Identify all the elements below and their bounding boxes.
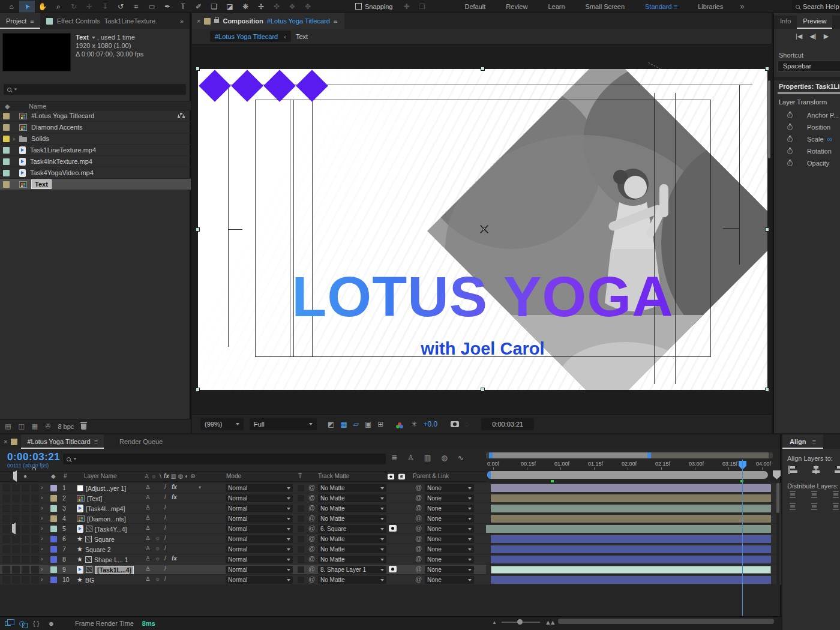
matte-pickwhip-icon[interactable]: @ <box>308 565 315 572</box>
project-item-task4inktexture-mp4[interactable]: Task4InkTexture.mp4 <box>0 156 191 167</box>
layer-name-cell[interactable]: [Task4Y...4] <box>77 524 127 533</box>
roi-tool[interactable]: ⌗ <box>128 1 144 13</box>
show-snapshot-icon[interactable]: ◌ <box>465 420 469 428</box>
exposure-icon[interactable]: ✳ <box>411 420 417 428</box>
label-swatch[interactable] <box>3 136 10 142</box>
preserve-transparency-toggle[interactable] <box>298 556 304 563</box>
stopwatch-icon[interactable] <box>787 137 793 142</box>
pen-tool[interactable]: ✒ <box>160 1 175 13</box>
transform-property-anchor-p-[interactable]: Anchor P... <box>774 109 840 121</box>
parent-link-dropdown[interactable]: None <box>425 505 474 512</box>
project-item--lotus-yoga-titlecard[interactable]: #Lotus Yoga Titlecard <box>0 110 191 122</box>
project-item-diamond-accents[interactable]: Diamond Accents <box>0 122 191 133</box>
label-swatch[interactable] <box>50 546 57 553</box>
graph-editor-icon[interactable]: ∿ <box>458 454 464 462</box>
roi-icon[interactable]: ▣ <box>365 420 371 428</box>
workspace-menu-icon[interactable]: ≡ <box>672 3 677 10</box>
label-swatch[interactable] <box>3 147 10 154</box>
parent-link-dropdown[interactable]: None <box>425 556 474 563</box>
snapping-checkbox[interactable] <box>355 3 362 10</box>
selection-handle[interactable] <box>196 67 200 71</box>
timeline-search-input[interactable] <box>63 454 386 464</box>
quality-toggle[interactable]: / <box>164 565 166 572</box>
stopwatch-icon[interactable] <box>787 125 793 130</box>
parent-pickwhip-icon[interactable]: @ <box>415 575 422 583</box>
matte-pickwhip-icon[interactable]: @ <box>308 494 315 501</box>
mode-dropdown[interactable]: Normal <box>226 494 293 502</box>
parent-column-header[interactable]: Parent & Link <box>413 473 449 479</box>
track-matte-dropdown[interactable]: No Matte <box>318 535 386 543</box>
fx-toggle[interactable]: fx <box>172 555 177 562</box>
t-column-header[interactable]: T <box>298 473 302 479</box>
layer-name-cell[interactable]: ★Shape L... 1 <box>77 555 128 564</box>
motion-blur-master-icon[interactable]: ◍ <box>441 454 447 462</box>
video-toggle[interactable] <box>2 525 10 533</box>
track-matte-dropdown[interactable]: 6. Square <box>318 525 386 533</box>
shy-toggle[interactable]: ♙ <box>145 494 151 500</box>
viewer-scrollbar[interactable] <box>768 80 770 158</box>
zoom-tool[interactable]: ⌕ <box>50 1 66 13</box>
close-icon[interactable]: × <box>0 434 11 449</box>
layer-duration-bar[interactable] <box>491 535 771 543</box>
tab-preview[interactable]: Preview <box>797 16 832 29</box>
audio-toggle[interactable] <box>12 556 20 563</box>
layer-duration-bar[interactable] <box>491 556 771 563</box>
lock-toggle[interactable] <box>31 484 39 492</box>
track-matte-dropdown[interactable]: No Matte <box>318 505 386 512</box>
orbit-camera-tool[interactable]: ↻ <box>66 1 82 13</box>
exposure-value[interactable]: +0.0 <box>423 420 437 428</box>
expressions-icon[interactable]: { } <box>33 620 39 627</box>
close-icon[interactable]: × <box>197 17 200 25</box>
align-center-button[interactable] <box>811 466 821 474</box>
audio-toggle[interactable] <box>12 525 20 533</box>
distribute-top-button[interactable] <box>788 491 797 498</box>
parent-pickwhip-icon[interactable]: @ <box>415 555 422 562</box>
selection-handle[interactable] <box>481 388 485 392</box>
mode-dropdown[interactable]: Normal <box>226 525 293 533</box>
layer-duration-bar[interactable] <box>491 576 771 584</box>
name-column-header[interactable]: Name <box>29 103 46 110</box>
track-matte-dropdown[interactable]: No Matte <box>318 484 386 492</box>
parent-link-dropdown[interactable]: None <box>425 566 474 574</box>
distribute-bottom-button[interactable] <box>832 491 840 498</box>
matte-pickwhip-icon[interactable]: @ <box>308 535 315 542</box>
quality-toggle[interactable]: / <box>164 514 166 521</box>
workspace-libraries[interactable]: Libraries <box>698 3 723 10</box>
layer-name-cell[interactable]: ★Square <box>77 535 115 544</box>
layer-row-5[interactable]: ›5[Task4Y...4]♙/Normal@6. Square@None <box>0 524 486 534</box>
parent-pickwhip-icon[interactable]: @ <box>415 524 422 532</box>
parent-link-dropdown[interactable]: None <box>425 576 474 584</box>
layer-duration-bar[interactable] <box>491 494 771 502</box>
preserve-transparency-toggle[interactable] <box>298 485 304 491</box>
selection-handle[interactable] <box>765 388 769 392</box>
magnification-dropdown[interactable]: (99%) <box>200 418 244 430</box>
transform-property-position[interactable]: Position <box>774 121 840 133</box>
layer-duration-bar[interactable] <box>491 505 771 512</box>
title-text[interactable]: LOTUS YOGA <box>198 268 767 325</box>
label-swatch[interactable] <box>3 181 10 188</box>
mode-dropdown[interactable]: Normal <box>226 576 293 584</box>
work-area-start-handle[interactable] <box>489 452 493 458</box>
adjustment-toggle[interactable]: ◐ <box>199 484 202 490</box>
channel-icon[interactable] <box>398 422 401 426</box>
shy-master-icon[interactable]: ♙ <box>407 454 414 462</box>
shy-toggle[interactable]: ♙ <box>145 524 151 531</box>
comp-marker-shield-icon[interactable] <box>773 470 781 479</box>
stopwatch-icon[interactable] <box>787 113 793 118</box>
shy-toggle[interactable]: ♙ <box>145 535 151 541</box>
zoom-out-mountain-icon[interactable]: ▲ <box>492 620 497 625</box>
eraser-tool[interactable]: ◪ <box>222 1 238 13</box>
audio-toggle[interactable] <box>12 505 20 512</box>
layer-duration-bar[interactable] <box>486 525 771 533</box>
solo-toggle[interactable] <box>22 494 29 502</box>
parent-pickwhip-icon[interactable]: @ <box>415 535 422 542</box>
lock-toggle[interactable] <box>31 566 39 574</box>
alpha-matte-indicator[interactable] <box>389 525 397 532</box>
video-toggle[interactable] <box>2 556 10 563</box>
lock-toggle[interactable] <box>31 556 39 563</box>
label-swatch[interactable] <box>3 124 10 131</box>
transparency-grid-icon[interactable]: ▦ <box>340 420 347 428</box>
time-ruler[interactable]: 0:00f00:15f01:00f01:15f02:00f02:15f03:00… <box>486 460 781 470</box>
preserve-transparency-toggle[interactable] <box>298 546 304 553</box>
comp-flowchart-icon[interactable]: ≣ <box>391 454 397 462</box>
